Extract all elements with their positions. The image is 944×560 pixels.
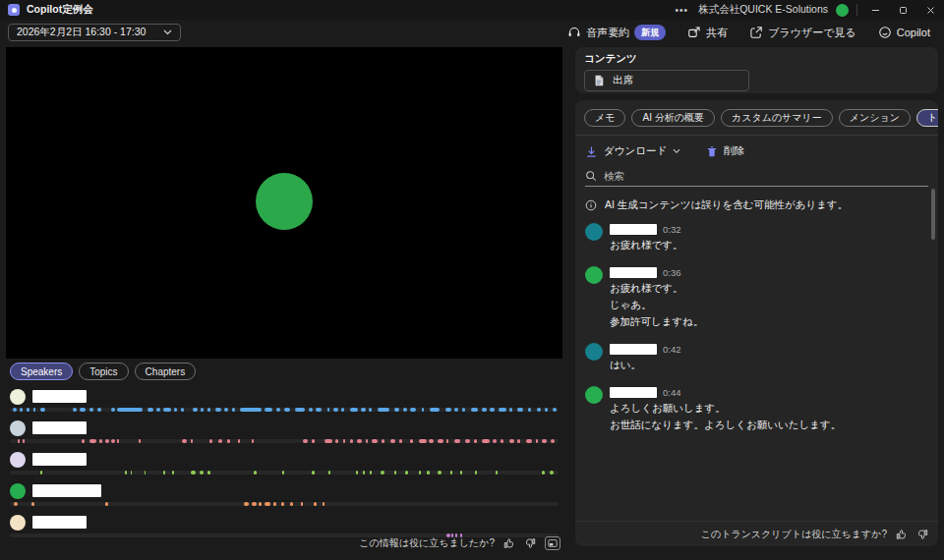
timeline-segment (316, 408, 322, 412)
speaker-avatar (10, 515, 26, 531)
timeline-segment (475, 471, 477, 475)
timeline-segment (419, 471, 421, 475)
tab-chapters[interactable]: Chapters (135, 363, 197, 380)
search-input[interactable] (604, 170, 879, 182)
timeline-segment (276, 408, 279, 412)
search-bar (585, 170, 928, 187)
timeline-segment (517, 408, 523, 412)
window-title: Copilot定例会 (27, 3, 93, 17)
timeline-segment (20, 408, 23, 412)
timeline-segment (218, 439, 222, 443)
timeline-segment (327, 408, 330, 412)
share-button[interactable]: 共有 (687, 26, 728, 40)
transcript-tab[interactable]: メモ (584, 109, 625, 127)
timeline-tabs: SpeakersTopicsChapters (10, 363, 562, 380)
transcript-entry[interactable]: 0:42 はい。 (585, 342, 924, 373)
speaker-timeline-track[interactable] (10, 408, 559, 412)
timeline-segment (207, 471, 210, 475)
timeline-segment (224, 408, 228, 412)
more-options-button[interactable]: ••• (666, 5, 699, 16)
account-name: 株式会社QUICK E-Solutions (698, 3, 828, 17)
copilot-icon (878, 26, 892, 39)
timeline-segment (482, 439, 490, 443)
thumbs-down-icon[interactable] (524, 537, 536, 549)
copilot-label: Copilot (897, 27, 930, 38)
timeline-segment (419, 439, 427, 443)
delete-button[interactable]: 削除 (724, 144, 744, 158)
timeline-segment (125, 471, 127, 475)
attendance-label: 出席 (613, 74, 633, 87)
headphones-icon (567, 26, 581, 39)
entry-lines: はい。 (610, 357, 681, 373)
close-button[interactable] (916, 0, 944, 20)
share-label: 共有 (706, 26, 728, 40)
content-title: コンテンツ (584, 52, 929, 66)
transcript-line: お世話になります。よろしくお願いいたします。 (610, 417, 841, 433)
attendance-item[interactable]: 出席 (584, 70, 749, 91)
timeline-segment (18, 439, 20, 443)
tab-speakers[interactable]: Speakers (10, 363, 73, 380)
timeline-segment (482, 408, 488, 412)
timeline-segment (333, 408, 337, 412)
maximize-button[interactable] (889, 0, 916, 20)
entry-lines: よろしくお願いします。お世話になります。よろしくお願いいたします。 (610, 400, 841, 433)
transcript-entry[interactable]: 0:36 お疲れ様です。じゃあ。参加許可しますね。 (585, 265, 924, 330)
timeline-segment (363, 471, 365, 475)
video-feedback-label: この情報は役に立ちましたか? (359, 536, 495, 550)
video-player[interactable] (6, 47, 562, 359)
speaker-row (6, 514, 562, 537)
timeline-segment (309, 408, 313, 412)
timeline-segment (99, 439, 102, 443)
timeline-segment (536, 439, 539, 443)
thumbs-up-icon[interactable] (896, 529, 908, 540)
transcript-list[interactable]: AI 生成コンテンツは誤りを含む可能性があります。 0:32 お疲れ様です。 0… (575, 187, 938, 521)
right-panel: コンテンツ 出席 メモAI 分析の概要カスタムのサマリーメンショントランスクリプ… (575, 47, 938, 546)
entry-lines: お疲れ様です。 (610, 237, 682, 253)
timeline-segment (23, 439, 25, 443)
timeline-segment (254, 471, 256, 475)
tab-topics[interactable]: Topics (79, 363, 128, 380)
transcript-tab[interactable]: AI 分析の概要 (631, 109, 714, 127)
timeline-segment (350, 408, 358, 412)
thumbs-down-icon[interactable] (916, 529, 928, 540)
timeline-segment (369, 408, 372, 412)
open-in-browser-button[interactable]: ブラウザーで見る (749, 26, 856, 40)
account-avatar[interactable] (836, 4, 849, 17)
timeline-segment (200, 471, 204, 475)
miniplayer-icon[interactable] (545, 536, 560, 550)
speaker-timeline-track[interactable] (10, 439, 559, 443)
timeline-segment (139, 439, 141, 443)
minimize-button[interactable] (861, 0, 889, 20)
timeline-segment (111, 439, 114, 443)
new-badge: 新規 (634, 25, 666, 40)
speaker-avatar (585, 223, 603, 241)
timeline-segment (259, 502, 262, 506)
download-chevron-icon[interactable] (673, 148, 680, 154)
speaker-rows (6, 388, 562, 537)
transcript-line: お疲れ様です。 (610, 237, 682, 253)
transcript-tab[interactable]: カスタムのサマリー (721, 109, 833, 127)
timeline-segment (422, 408, 425, 412)
audio-summary-button[interactable]: 音声要約 新規 (567, 25, 666, 40)
timeline-segment (405, 471, 408, 475)
timeline-segment (105, 439, 109, 443)
date-range-dropdown[interactable]: 2026年2月2日 16:30 - 17:30 (8, 24, 181, 41)
download-button[interactable]: ダウンロード (604, 144, 667, 158)
thumbs-up-icon[interactable] (503, 537, 515, 549)
speaker-avatar (585, 343, 603, 361)
timeline-segment (410, 439, 413, 443)
transcript-entry[interactable]: 0:32 お疲れ様です。 (585, 222, 924, 253)
transcript-entry[interactable]: 0:44 よろしくお願いします。お世話になります。よろしくお願いいたします。 (585, 385, 924, 433)
transcript-tab[interactable]: トランスクリプト (916, 109, 938, 127)
copilot-button[interactable]: Copilot (878, 26, 930, 39)
transcript-scrollbar[interactable] (931, 189, 935, 240)
timeline-segment (273, 502, 276, 506)
transcript-tab[interactable]: メンション (839, 109, 911, 127)
speaker-row (6, 420, 562, 443)
speaker-timeline-track[interactable] (10, 471, 559, 475)
timeline-segment (381, 471, 384, 475)
speaker-timeline-track[interactable] (10, 502, 559, 506)
timeline-segment (156, 408, 160, 412)
timeline-segment (366, 439, 369, 443)
timeline-segment (290, 502, 293, 506)
